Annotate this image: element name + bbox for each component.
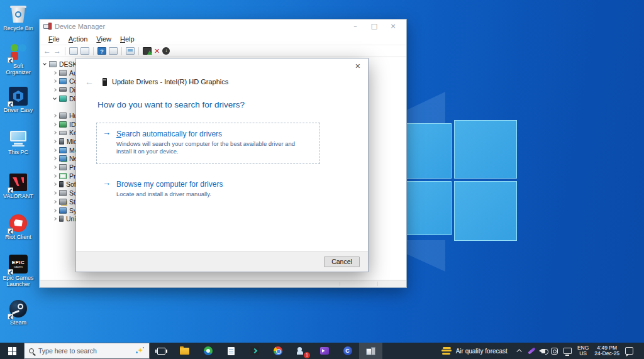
desktop-icon-riot-client[interactable]: Riot Client	[0, 214, 36, 240]
desktop-icon-driver-easy[interactable]: Driver Easy	[0, 87, 36, 113]
windows-logo-icon	[8, 347, 16, 355]
dialog-footer: Cancel	[76, 251, 368, 272]
speaker-icon[interactable]	[541, 349, 545, 353]
tray-overflow-chevron-icon[interactable]	[516, 349, 521, 354]
back-icon[interactable]: ←	[43, 47, 51, 55]
network-icon[interactable]	[564, 348, 572, 354]
system-device-icon	[59, 207, 67, 214]
desktop-icon-soft-organizer[interactable]: Soft Organizer	[0, 43, 36, 75]
cancel-button[interactable]: Cancel	[324, 257, 360, 267]
chrome-icon	[274, 346, 282, 355]
start-button[interactable]	[0, 343, 24, 359]
title-bar[interactable]: Device Manager – □ ×	[40, 19, 406, 33]
driver-easy-button[interactable]	[196, 343, 219, 359]
close-button[interactable]: ×	[384, 20, 402, 33]
search-highlights-icon	[136, 346, 145, 355]
disable-device-icon[interactable]: ↓	[162, 47, 170, 55]
expand-chevron-icon[interactable]	[53, 88, 57, 92]
desktop-icon-label: Riot Client	[0, 234, 36, 240]
uninstall-device-icon[interactable]: ✕	[154, 47, 160, 55]
taskbar-search[interactable]: Type here to search	[24, 343, 150, 359]
action-center-icon[interactable]	[625, 347, 633, 355]
audio-icon	[59, 70, 67, 76]
language-indicator[interactable]: ENG US	[577, 345, 589, 357]
option-title[interactable]: Search automatically for drivers	[116, 130, 222, 139]
expand-chevron-icon[interactable]	[53, 191, 57, 195]
task-view-button[interactable]	[150, 343, 173, 359]
search-icon	[29, 348, 34, 353]
expand-chevron-icon[interactable]	[53, 148, 57, 152]
desktop-icon-this-pc[interactable]: This PC	[0, 129, 36, 155]
desktop-icon-label: Steam	[0, 319, 36, 326]
desktop-icon-valorant[interactable]: VALORANT	[0, 173, 36, 199]
expand-chevron-icon[interactable]	[53, 217, 57, 221]
clock[interactable]: 4:49 PM 24-Dec-25	[594, 345, 619, 357]
menu-view[interactable]: View	[92, 35, 116, 43]
display-adapter-category-icon	[59, 96, 67, 102]
option-title[interactable]: Browse my computer for drivers	[116, 180, 223, 189]
properties-icon[interactable]	[80, 47, 89, 55]
scan-hardware-icon[interactable]	[126, 47, 135, 55]
chrome-button[interactable]	[266, 343, 289, 359]
tray-app-icon[interactable]	[551, 348, 558, 355]
expand-chevron-icon[interactable]	[53, 157, 57, 161]
weather-label: Air quality forecast	[456, 348, 508, 355]
terminal-app-button[interactable]	[243, 343, 266, 359]
haze-weather-icon	[441, 347, 452, 355]
option-browse-computer[interactable]: → Browse my computer for drivers Locate …	[103, 178, 223, 198]
computer-category-icon	[59, 78, 67, 84]
desktop-icon-recycle-bin[interactable]: Recycle Bin	[0, 5, 36, 31]
video-app-button[interactable]	[313, 343, 336, 359]
expand-chevron-icon[interactable]	[53, 140, 57, 143]
help-icon[interactable]: ?	[97, 47, 106, 55]
dialog-back-icon[interactable]: ←	[85, 77, 94, 86]
menu-bar: File Action View Help	[40, 33, 406, 45]
desktop-icon-steam[interactable]: Steam	[0, 299, 36, 326]
taskbar: Type here to search 1 C Air quality fore…	[0, 343, 644, 359]
hid-icon	[59, 113, 67, 119]
dialog-close-icon[interactable]: ×	[355, 62, 360, 70]
console-icon[interactable]	[69, 47, 78, 55]
people-app-button[interactable]: 1	[289, 343, 313, 359]
toolbar-separator	[121, 47, 122, 55]
expand-chevron-icon[interactable]	[53, 79, 57, 83]
menu-file[interactable]: File	[44, 35, 64, 43]
expand-chevron-icon[interactable]	[53, 123, 57, 126]
expand-chevron-icon[interactable]	[43, 62, 47, 65]
update-driver-icon[interactable]	[143, 47, 152, 55]
logo-pane-tr	[454, 120, 517, 179]
epic-logo-subtext: GAMES	[14, 265, 23, 268]
device-manager-taskbar-button[interactable]	[359, 343, 382, 359]
epic-logo-text: EPIC	[12, 260, 25, 265]
menu-action[interactable]: Action	[64, 35, 92, 43]
device-manager-taskbar-icon	[366, 347, 375, 355]
c-app-button[interactable]: C	[336, 343, 359, 359]
desktop-icon-epic-games[interactable]: EPIC GAMES Epic Games Launcher	[0, 255, 36, 287]
sound-controller-icon	[59, 190, 67, 196]
minimize-button[interactable]: –	[346, 20, 365, 33]
weather-widget[interactable]: Air quality forecast	[436, 347, 513, 355]
list-icon[interactable]	[109, 47, 118, 55]
expand-chevron-icon[interactable]	[53, 114, 57, 118]
expand-chevron-icon[interactable]	[53, 71, 57, 75]
notepad-button[interactable]	[219, 343, 243, 359]
pen-tray-icon[interactable]	[528, 347, 536, 354]
menu-help[interactable]: Help	[116, 35, 139, 43]
file-explorer-button[interactable]	[173, 343, 196, 359]
expand-chevron-icon[interactable]	[53, 200, 57, 204]
expand-chevron-icon[interactable]	[53, 96, 57, 100]
expand-chevron-icon[interactable]	[53, 165, 57, 169]
expand-chevron-icon[interactable]	[53, 209, 57, 213]
maximize-button[interactable]: □	[365, 20, 384, 33]
expand-chevron-icon[interactable]	[53, 131, 57, 135]
desktop-icon-label: This PC	[0, 149, 36, 155]
forward-icon[interactable]: →	[53, 47, 61, 55]
file-explorer-icon	[180, 348, 189, 355]
option-search-automatically[interactable]: → Search automatically for drivers Windo…	[103, 128, 311, 155]
search-placeholder: Type here to search	[38, 347, 131, 355]
network-adapter-icon	[59, 155, 67, 162]
expand-chevron-icon[interactable]	[53, 183, 57, 187]
soft-organizer-icon	[9, 43, 28, 62]
steam-icon	[9, 299, 28, 318]
expand-chevron-icon[interactable]	[53, 174, 57, 178]
